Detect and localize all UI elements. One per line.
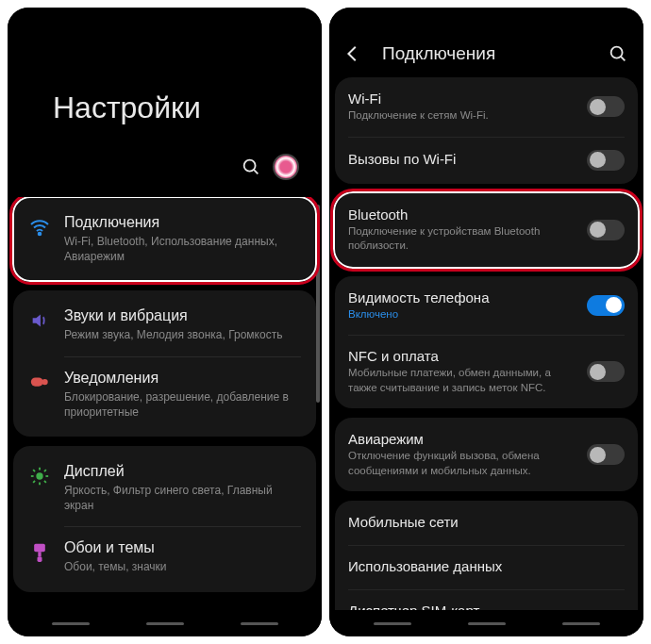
row-bluetooth[interactable]: Bluetooth Подключение к устройствам Blue… [335,193,638,267]
card-sound-notif: Звуки и вибрация Режим звука, Мелодия зв… [13,290,316,437]
group-wifi: Wi-Fi Подключение к сетям Wi-Fi. Вызовы … [335,77,638,184]
nav-recent[interactable] [374,622,411,625]
row-title: Диспетчер SIM-карт [348,603,625,610]
svg-point-0 [244,160,256,172]
search-icon[interactable] [241,157,261,177]
row-display[interactable]: Дисплей Яркость, Фильтр синего света, Гл… [13,450,316,526]
row-title: Дисплей [64,463,301,480]
back-icon[interactable] [342,43,363,64]
row-wifi[interactable]: Wi-Fi Подключение к сетям Wi-Fi. [335,77,638,137]
row-title: Обои и темы [64,539,301,556]
toggle-nfc[interactable] [587,361,625,382]
svg-line-1 [254,170,258,173]
row-mobile-networks[interactable]: Мобильные сети [335,501,638,545]
header-actions [8,154,322,197]
svg-line-10 [33,470,35,471]
group-bluetooth: Bluetooth Подключение к устройствам Blue… [335,193,638,267]
svg-point-17 [611,47,623,58]
group-airplane: Авиарежим Отключение функций вызова, обм… [335,418,638,491]
row-title: Bluetooth [348,206,577,223]
settings-header: Настройки [8,34,322,154]
svg-point-5 [36,472,42,479]
card-display-wall: Дисплей Яркость, Фильтр синего света, Гл… [13,446,316,592]
row-title: Авиарежим [348,431,577,447]
nav-bar [329,610,643,636]
row-title: Уведомления [64,370,301,387]
row-wifi-calling[interactable]: Вызовы по Wi-Fi [335,137,638,184]
row-notifications[interactable]: Уведомления Блокирование, разрешение, до… [13,356,316,433]
svg-rect-14 [34,544,45,552]
row-subtitle: Отключение функций вызова, обмена сообще… [348,449,577,478]
display-icon [28,465,51,487]
row-subtitle: Яркость, Фильтр синего света, Главный эк… [64,483,301,513]
row-title: Видимость телефона [348,289,577,305]
row-data-usage[interactable]: Использование данных [335,545,638,589]
group-visibility-nfc: Видимость телефона Включено NFC и оплата… [335,276,638,409]
row-subtitle: Обои, темы, значки [64,559,301,574]
connections-screen: Подключения Wi-Fi Подключение к сетям Wi… [329,8,643,636]
row-subtitle: Включено [348,307,577,322]
row-title: Звуки и вибрация [64,307,301,324]
row-title: Использование данных [348,558,625,574]
nav-recent[interactable] [52,622,90,625]
row-subtitle: Режим звука, Мелодия звонка, Громкость [64,327,301,342]
connections-list[interactable]: Wi-Fi Подключение к сетям Wi-Fi. Вызовы … [329,77,643,610]
settings-screen: Настройки Подключения Wi-Fi, Bluetooth, … [8,8,322,636]
svg-rect-15 [38,552,41,556]
nav-home[interactable] [146,622,184,625]
row-airplane[interactable]: Авиарежим Отключение функций вызова, обм… [335,418,638,491]
toggle-airplane[interactable] [587,444,625,465]
card-connections: Подключения Wi-Fi, Bluetooth, Использова… [13,197,316,281]
svg-point-4 [42,378,47,384]
status-bar [329,8,643,34]
row-connections[interactable]: Подключения Wi-Fi, Bluetooth, Использова… [13,201,316,277]
row-subtitle: Блокирование, разрешение, добавление в п… [64,389,301,420]
svg-line-18 [621,57,625,60]
row-subtitle: Wi-Fi, Bluetooth, Использование данных, … [64,234,301,264]
svg-rect-3 [31,377,43,386]
status-bar [8,8,322,34]
nav-back[interactable] [241,622,278,625]
svg-rect-16 [38,556,42,562]
row-title: NFC и оплата [348,348,577,364]
row-subtitle: Подключение к устройствам Bluetooth побл… [348,224,577,254]
topbar: Подключения [329,34,643,77]
toggle-wifi-calling[interactable] [587,150,625,171]
row-sim-manager[interactable]: Диспетчер SIM-карт [335,589,638,610]
row-wallpapers[interactable]: Обои и темы Обои, темы, значки [13,526,316,587]
toggle-wifi[interactable] [587,96,625,117]
settings-list[interactable]: Подключения Wi-Fi, Bluetooth, Использова… [8,197,322,610]
nav-back[interactable] [562,622,600,625]
profile-avatar[interactable] [273,154,299,180]
svg-line-12 [33,481,35,483]
notification-icon [28,372,51,394]
row-subtitle: Подключение к сетям Wi-Fi. [348,108,577,124]
wifi-icon [28,216,51,239]
toggle-bluetooth[interactable] [587,220,625,240]
row-title: Wi-Fi [348,91,577,107]
row-nfc[interactable]: NFC и оплата Мобильные платежи, обмен да… [335,335,638,408]
group-mobile: Мобильные сети Использование данных Дисп… [335,501,638,610]
toggle-visibility[interactable] [587,295,625,316]
row-title: Подключения [64,214,301,231]
svg-line-11 [44,481,46,483]
row-visibility[interactable]: Видимость телефона Включено [335,276,638,336]
svg-point-2 [39,233,42,236]
search-icon[interactable] [608,43,628,64]
row-title: Вызовы по Wi-Fi [348,151,577,167]
row-title: Мобильные сети [348,514,625,530]
page-title: Настройки [53,91,322,125]
topbar-title: Подключения [382,43,589,64]
row-subtitle: Мобильные платежи, обмен данными, а такж… [348,366,577,395]
row-sounds[interactable]: Звуки и вибрация Режим звука, Мелодия зв… [13,294,316,355]
scrollbar[interactable] [316,205,320,403]
sound-icon [28,309,51,332]
brush-icon [28,541,51,564]
nav-bar [8,610,322,636]
svg-line-13 [44,470,46,471]
nav-home[interactable] [468,622,506,625]
